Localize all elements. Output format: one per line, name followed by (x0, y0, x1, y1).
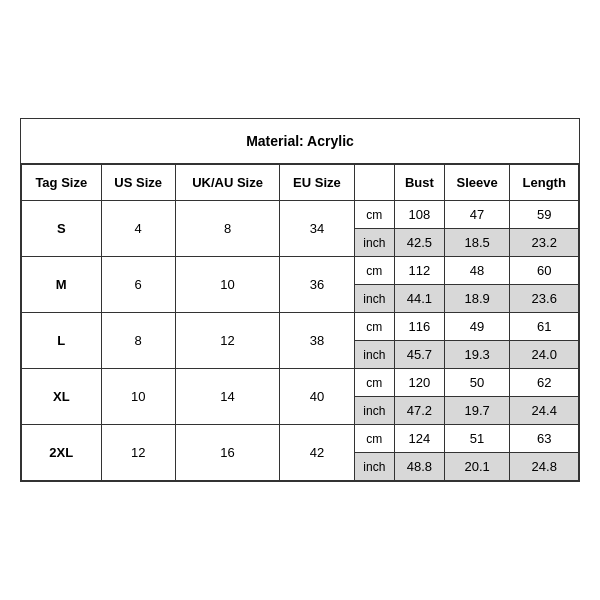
bust-inch: 45.7 (395, 341, 445, 369)
bust-cm: 124 (395, 425, 445, 453)
bust-cm: 112 (395, 257, 445, 285)
us-size-cell: 8 (101, 313, 175, 369)
header-uk-au-size: UK/AU Size (175, 165, 279, 201)
sleeve-cm: 50 (444, 369, 510, 397)
bust-cm: 120 (395, 369, 445, 397)
sleeve-cm: 51 (444, 425, 510, 453)
bust-inch: 42.5 (395, 229, 445, 257)
bust-cm: 108 (395, 201, 445, 229)
length-inch: 24.0 (510, 341, 579, 369)
sleeve-inch: 18.5 (444, 229, 510, 257)
table-row: 2XL121642cm1245163 (22, 425, 579, 453)
unit-cm: cm (354, 369, 395, 397)
uk-size-cell: 12 (175, 313, 279, 369)
bust-inch: 48.8 (395, 453, 445, 481)
unit-inch: inch (354, 341, 395, 369)
tag-size-cell: 2XL (22, 425, 102, 481)
length-cm: 62 (510, 369, 579, 397)
eu-size-cell: 34 (280, 201, 354, 257)
header-eu-size: EU Size (280, 165, 354, 201)
header-row: Tag Size US Size UK/AU Size EU Size Bust… (22, 165, 579, 201)
length-inch: 24.8 (510, 453, 579, 481)
us-size-cell: 4 (101, 201, 175, 257)
unit-cm: cm (354, 313, 395, 341)
eu-size-cell: 40 (280, 369, 354, 425)
length-cm: 59 (510, 201, 579, 229)
length-cm: 61 (510, 313, 579, 341)
bust-cm: 116 (395, 313, 445, 341)
header-unit (354, 165, 395, 201)
length-cm: 63 (510, 425, 579, 453)
eu-size-cell: 38 (280, 313, 354, 369)
us-size-cell: 6 (101, 257, 175, 313)
header-length: Length (510, 165, 579, 201)
unit-inch: inch (354, 453, 395, 481)
unit-cm: cm (354, 425, 395, 453)
length-inch: 23.2 (510, 229, 579, 257)
sleeve-inch: 20.1 (444, 453, 510, 481)
table-body: S4834cm1084759inch42.518.523.2M61036cm11… (22, 201, 579, 481)
chart-title: Material: Acrylic (21, 119, 579, 164)
bust-inch: 44.1 (395, 285, 445, 313)
bust-inch: 47.2 (395, 397, 445, 425)
length-inch: 24.4 (510, 397, 579, 425)
unit-inch: inch (354, 229, 395, 257)
header-tag-size: Tag Size (22, 165, 102, 201)
us-size-cell: 12 (101, 425, 175, 481)
unit-cm: cm (354, 257, 395, 285)
sleeve-inch: 19.3 (444, 341, 510, 369)
sleeve-cm: 47 (444, 201, 510, 229)
table-row: S4834cm1084759 (22, 201, 579, 229)
tag-size-cell: L (22, 313, 102, 369)
tag-size-cell: XL (22, 369, 102, 425)
eu-size-cell: 36 (280, 257, 354, 313)
length-cm: 60 (510, 257, 579, 285)
eu-size-cell: 42 (280, 425, 354, 481)
sleeve-cm: 48 (444, 257, 510, 285)
uk-size-cell: 8 (175, 201, 279, 257)
tag-size-cell: M (22, 257, 102, 313)
length-inch: 23.6 (510, 285, 579, 313)
sleeve-inch: 18.9 (444, 285, 510, 313)
table-row: L81238cm1164961 (22, 313, 579, 341)
unit-cm: cm (354, 201, 395, 229)
unit-inch: inch (354, 285, 395, 313)
us-size-cell: 10 (101, 369, 175, 425)
unit-inch: inch (354, 397, 395, 425)
table-row: XL101440cm1205062 (22, 369, 579, 397)
uk-size-cell: 10 (175, 257, 279, 313)
table-row: M61036cm1124860 (22, 257, 579, 285)
uk-size-cell: 16 (175, 425, 279, 481)
header-bust: Bust (395, 165, 445, 201)
size-chart-table: Tag Size US Size UK/AU Size EU Size Bust… (21, 164, 579, 481)
size-chart-wrapper: Material: Acrylic Tag Size US Size UK/AU… (20, 118, 580, 482)
header-us-size: US Size (101, 165, 175, 201)
header-sleeve: Sleeve (444, 165, 510, 201)
uk-size-cell: 14 (175, 369, 279, 425)
sleeve-inch: 19.7 (444, 397, 510, 425)
sleeve-cm: 49 (444, 313, 510, 341)
tag-size-cell: S (22, 201, 102, 257)
